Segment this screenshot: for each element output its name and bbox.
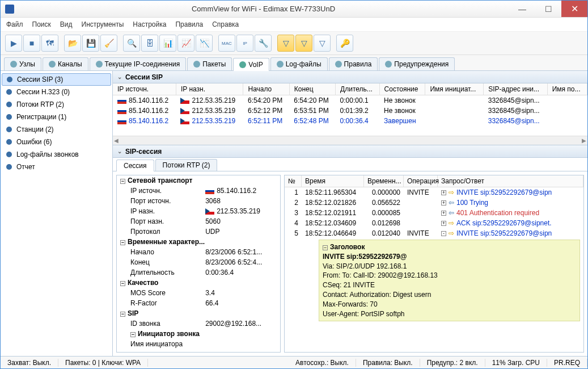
menu-Файл[interactable]: Файл bbox=[6, 20, 23, 28]
close-button[interactable]: ✕ bbox=[561, 1, 587, 17]
h-scrollbar[interactable]: ◀▶ bbox=[113, 136, 587, 145]
key-button[interactable]: 🔑 bbox=[336, 35, 353, 52]
filter1-button[interactable]: ▽ bbox=[277, 35, 294, 52]
save-button[interactable]: 💾 bbox=[82, 35, 99, 52]
sidebar-item-label: Ошибки (6) bbox=[16, 138, 52, 146]
tab-Текущие IP-соединения[interactable]: Текущие IP-соединения bbox=[90, 57, 187, 70]
tab-Каналы[interactable]: Каналы bbox=[43, 57, 88, 70]
property-label: ID звонка bbox=[117, 318, 202, 329]
sidebar-item[interactable]: Сессии SIP (3) bbox=[2, 73, 111, 86]
stats3-button[interactable]: 📉 bbox=[196, 35, 213, 52]
play-button[interactable]: ▶ bbox=[5, 35, 22, 52]
menu-Справка[interactable]: Справка bbox=[212, 20, 239, 28]
message-row[interactable]: 118:52:11.9653040.000000INVITE+⇨INVITE s… bbox=[285, 187, 583, 198]
menu-Правила[interactable]: Правила bbox=[175, 20, 203, 28]
open-button[interactable]: 📂 bbox=[64, 35, 81, 52]
message-row[interactable]: 318:52:12.0219110.000085+⇦401 Authentica… bbox=[285, 208, 583, 218]
sessions-grid[interactable]: IP источн.IP назн.НачалоКонецДлитель...С… bbox=[113, 83, 587, 136]
property-group[interactable]: −Качество bbox=[117, 278, 280, 288]
tab-Log-файлы[interactable]: Log-файлы bbox=[270, 57, 328, 70]
menu-Настройка[interactable]: Настройка bbox=[133, 20, 166, 28]
column-header[interactable]: Конец bbox=[289, 83, 335, 95]
sidebar-item-label: Станции (2) bbox=[16, 125, 54, 133]
tab-VoIP[interactable]: VoIP bbox=[233, 58, 269, 71]
expand-icon[interactable]: - bbox=[441, 231, 446, 236]
message-row[interactable]: 418:52:12.0346090.012698+⇨ACK sip:529522… bbox=[285, 218, 583, 228]
chevron-down-icon[interactable]: ⌄ bbox=[117, 148, 122, 154]
clear-button[interactable]: 🧹 bbox=[100, 35, 117, 52]
column-header[interactable]: IP источн. bbox=[113, 83, 176, 95]
property-value: 3068 bbox=[202, 196, 280, 206]
message-row[interactable]: 218:52:12.0218260.056522+⇦100 Trying bbox=[285, 198, 583, 208]
sidebar-item[interactable]: Станции (2) bbox=[1, 123, 112, 136]
mac-button[interactable]: MAC bbox=[218, 35, 235, 52]
tab-Правила[interactable]: Правила bbox=[329, 57, 378, 70]
menu-Инструменты[interactable]: Инструменты bbox=[82, 20, 124, 28]
main-tabbar: УзлыКаналыТекущие IP-соединенияПакетыVoI… bbox=[1, 55, 587, 71]
column-header[interactable]: Время bbox=[302, 175, 364, 187]
property-group[interactable]: −Инициатор звонка bbox=[117, 329, 280, 339]
expand-icon[interactable]: + bbox=[441, 211, 446, 216]
chevron-down-icon[interactable]: ⌄ bbox=[117, 74, 122, 80]
db-button[interactable]: 🗄 bbox=[141, 35, 158, 52]
column-header[interactable]: IP назн. bbox=[176, 83, 243, 95]
menu-Поиск[interactable]: Поиск bbox=[32, 20, 51, 28]
property-label: Протокол bbox=[117, 227, 202, 237]
sidebar-item[interactable]: Отчет bbox=[1, 161, 112, 173]
property-value: 29002@192.168... bbox=[202, 318, 280, 329]
sidebar-item[interactable]: Регистрации (1) bbox=[1, 111, 112, 123]
expand-icon[interactable]: + bbox=[441, 190, 446, 195]
column-header[interactable]: Временн... bbox=[364, 175, 404, 187]
table-row[interactable]: 85.140.116.2212.53.35.2196:52:12 PM6:53:… bbox=[113, 106, 587, 116]
column-header[interactable]: Состояние bbox=[379, 83, 425, 95]
map-button[interactable]: 🗺 bbox=[41, 35, 58, 52]
property-label: MOS Score bbox=[117, 288, 202, 298]
stats1-button[interactable]: 📊 bbox=[159, 35, 176, 52]
ip-button[interactable]: IP bbox=[236, 35, 253, 52]
sidebar-item-label: Отчет bbox=[16, 163, 35, 171]
wrench-button[interactable]: 🔧 bbox=[255, 35, 272, 52]
search-button[interactable]: 🔍 bbox=[123, 35, 140, 52]
column-header[interactable]: № bbox=[285, 175, 302, 187]
messages-pane[interactable]: №ВремяВременн...ОперацияЗапрос/Ответ 118… bbox=[284, 175, 584, 353]
menubar: ФайлПоискВидИнструментыНастройкаПравилаС… bbox=[1, 18, 587, 31]
app-icon bbox=[5, 5, 14, 14]
inner-tab[interactable]: Потоки RTP (2) bbox=[155, 159, 218, 171]
column-header[interactable]: SIP-адрес ини... bbox=[484, 83, 547, 95]
column-header[interactable]: Имя по... bbox=[547, 83, 587, 95]
property-group[interactable]: −SIP bbox=[117, 308, 280, 318]
table-row[interactable]: 85.140.116.2212.53.35.2196:54:20 PM6:54:… bbox=[113, 95, 587, 106]
tab-Узлы[interactable]: Узлы bbox=[4, 57, 41, 70]
property-group[interactable]: −Сетевой транспорт bbox=[117, 175, 280, 186]
sidebar-item[interactable]: Log-файлы звонков bbox=[1, 148, 112, 161]
property-value: 212.53.35.219 bbox=[202, 206, 280, 216]
status-rules: Правила: Выкл. bbox=[356, 359, 420, 367]
column-header[interactable]: Запрос/Ответ bbox=[438, 175, 583, 187]
property-group[interactable]: −Временные характер... bbox=[117, 237, 280, 247]
filter3-button[interactable]: ▽ bbox=[314, 35, 331, 52]
inner-tab[interactable]: Сессия bbox=[116, 160, 154, 171]
tab-Пакеты[interactable]: Пакеты bbox=[187, 57, 232, 70]
column-header[interactable]: Длитель... bbox=[336, 83, 379, 95]
expand-icon[interactable]: + bbox=[441, 221, 446, 226]
menu-Вид[interactable]: Вид bbox=[60, 20, 73, 28]
toolbar: ▶ ■ 🗺 📂 💾 🧹 🔍 🗄 📊 📈 📉 MAC IP 🔧 ▽ ▽ ▽ 🔑 bbox=[1, 31, 587, 55]
message-row[interactable]: 518:52:12.0466490.012040INVITE-⇨INVITE s… bbox=[285, 228, 583, 238]
properties-pane[interactable]: −Сетевой транспортIP источн.85.140.116.2… bbox=[116, 175, 281, 353]
stats2-button[interactable]: 📈 bbox=[177, 35, 194, 52]
expand-icon[interactable]: + bbox=[441, 200, 446, 206]
stop-button[interactable]: ■ bbox=[23, 35, 40, 52]
sidebar-item[interactable]: Потоки RTP (2) bbox=[1, 98, 112, 111]
column-header[interactable]: Операция bbox=[404, 175, 438, 187]
arrow-icon: ⇦ bbox=[449, 199, 454, 207]
sidebar-item[interactable]: Ошибки (6) bbox=[1, 136, 112, 148]
column-header[interactable]: Имя инициат... bbox=[425, 83, 484, 95]
tab-Предупреждения[interactable]: Предупреждения bbox=[379, 57, 455, 70]
column-header[interactable]: Начало bbox=[243, 83, 289, 95]
table-row[interactable]: 85.140.116.2212.53.35.2196:52:11 PM6:52:… bbox=[113, 116, 587, 126]
sidebar-item[interactable]: Сессии H.323 (0) bbox=[1, 86, 112, 98]
minimize-button[interactable]: — bbox=[509, 1, 535, 17]
status-alerts: Предупр.: 2 вкл. bbox=[420, 359, 485, 367]
filter2-button[interactable]: ▽ bbox=[295, 35, 312, 52]
maximize-button[interactable]: ☐ bbox=[535, 1, 561, 17]
